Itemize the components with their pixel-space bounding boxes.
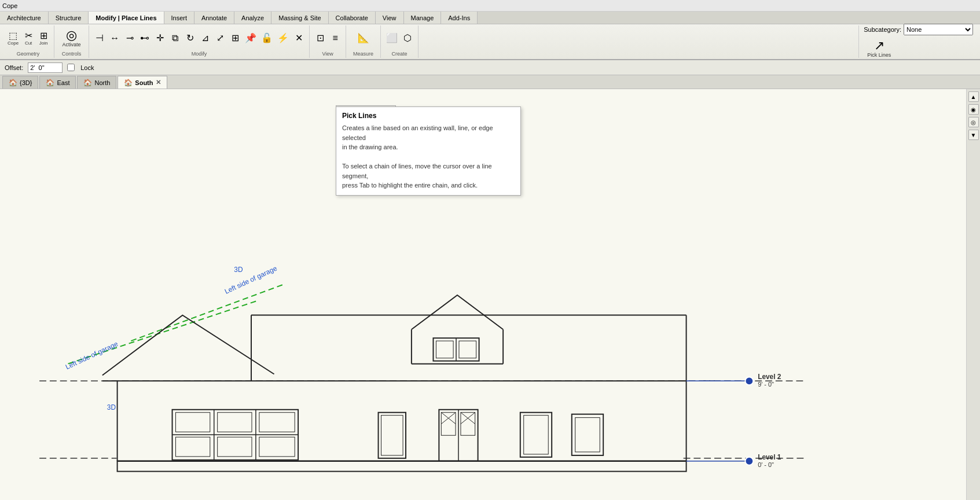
tab-annotate[interactable]: Annotate <box>194 12 234 24</box>
garage-panel-bl <box>175 437 210 457</box>
tab-view[interactable]: View <box>376 12 404 24</box>
pick-lines-icon: ↗ <box>874 39 884 52</box>
geometry-label: Geometry <box>17 50 40 57</box>
measure-button[interactable]: 📐 <box>356 32 371 44</box>
tab-architecture[interactable]: Architecture <box>0 12 49 24</box>
split-button[interactable]: ⚡ <box>276 32 291 44</box>
tab-addins[interactable]: Add-Ins <box>441 12 478 24</box>
align-button[interactable]: ⊣ <box>93 32 107 44</box>
label-3d-bottom: 3D <box>107 403 116 411</box>
subcategory-row: Subcategory: None <box>864 24 973 35</box>
cut-button[interactable]: ✂ Cut <box>21 30 35 47</box>
subcategory-select[interactable]: None <box>904 24 973 35</box>
door-panel-rl <box>461 413 475 436</box>
canvas-area[interactable]: Pick Lines Creates a line based on an ex… <box>0 89 966 500</box>
ribbon-group-controls: ◎ Activate Controls <box>54 25 89 58</box>
dormer-roof <box>412 295 503 329</box>
create-button[interactable]: ⬜ <box>384 32 399 44</box>
view-tabs: 🏠 {3D} 🏠 East 🏠 North 🏠 South ✕ <box>0 75 980 89</box>
level2-dot <box>745 377 753 385</box>
delete-button[interactable]: ✕ <box>292 32 306 44</box>
controls-icons: ◎ Activate <box>59 27 85 50</box>
door-panel-ll <box>441 413 456 436</box>
foundation <box>118 461 687 472</box>
delete-icon: ✕ <box>295 34 303 43</box>
level2-text-label: Level 2 <box>758 373 781 381</box>
offset-input[interactable] <box>28 62 63 73</box>
view-button[interactable]: ⊡ <box>313 32 327 44</box>
level1-text-label: Level 1 <box>758 453 781 461</box>
view-icon: ⊡ <box>317 34 324 43</box>
tooltip-title: Pick Lines <box>342 112 515 120</box>
tab-north-label: North <box>94 79 110 86</box>
pick-lines-button[interactable]: ↗ Pick Lines <box>864 38 894 60</box>
move-button[interactable]: ✛ <box>153 32 167 44</box>
view-icons: ⊡ ≡ <box>313 27 342 50</box>
scale-button[interactable]: ⤢ <box>213 32 227 44</box>
move-icon: ✛ <box>156 34 164 43</box>
rotate-button[interactable]: ↻ <box>183 32 197 44</box>
thin-lines-button[interactable]: ≡ <box>328 32 342 44</box>
cope-button[interactable]: ⬚ Cope <box>6 30 20 47</box>
tab-analyze[interactable]: Analyze <box>234 12 271 24</box>
activate-label: Activate <box>63 42 81 47</box>
right-panel-fit[interactable]: ◉ <box>968 104 979 115</box>
mirror-axis-button[interactable]: ⊸ <box>123 32 137 44</box>
activate-icon: ◎ <box>66 29 77 42</box>
view-label: View <box>322 50 333 57</box>
tab-south-close[interactable]: ✕ <box>156 79 161 86</box>
tab-north[interactable]: 🏠 North <box>77 76 116 89</box>
scale-icon: ⤢ <box>216 34 224 43</box>
tab-3d-label: {3D} <box>20 79 32 86</box>
cut-label: Cut <box>25 41 32 46</box>
create2-button[interactable]: ⬡ <box>401 32 414 44</box>
right-panel-zoom-out[interactable]: ▼ <box>968 130 979 140</box>
window-right2-inner <box>575 418 600 452</box>
window-right1-outer <box>520 413 552 457</box>
geometry-icons: ⬚ Cope ✂ Cut ⊞ Join <box>6 27 50 50</box>
label-3d-top: 3D <box>234 266 243 274</box>
right-panel-zoom-in[interactable]: ▲ <box>968 91 979 102</box>
trim-button[interactable]: ⊿ <box>198 32 212 44</box>
tooltip-line1: Creates a line based on an existing wall… <box>342 124 493 141</box>
tab-modify[interactable]: Modify | Place Lines <box>89 12 164 24</box>
offset-icon: ↔ <box>110 34 119 43</box>
tab-massing[interactable]: Massing & Site <box>271 12 328 24</box>
measure-icons: 📐 <box>356 27 371 50</box>
controls-label: Controls <box>62 50 82 57</box>
join-label: Join <box>39 41 48 46</box>
modify-label: Modify <box>192 50 207 57</box>
ribbon-tabs: Architecture Structure Modify | Place Li… <box>0 12 980 24</box>
offset-button[interactable]: ↔ <box>108 32 122 44</box>
tab-manage[interactable]: Manage <box>404 12 442 24</box>
tab-east[interactable]: 🏠 East <box>39 76 76 89</box>
unpin-button[interactable]: 🔓 <box>259 32 274 44</box>
ribbon-group-create: ⬜ ⬡ Create <box>381 25 419 58</box>
ribbon-content: ⬚ Cope ✂ Cut ⊞ Join Geometry ◎ Activate <box>0 24 980 59</box>
tab-insert[interactable]: Insert <box>164 12 195 24</box>
garage-panel-bm <box>218 437 252 457</box>
top-bar: Cope <box>0 0 980 12</box>
garage-panel-tl <box>175 413 210 432</box>
lock-label: Lock <box>80 64 94 71</box>
measure-icon: 📐 <box>358 34 369 43</box>
join-icon: ⊞ <box>40 31 47 41</box>
unpin-icon: 🔓 <box>261 34 273 43</box>
pin-button[interactable]: 📌 <box>243 32 258 44</box>
tab-structure[interactable]: Structure <box>49 12 89 24</box>
activate-button[interactable]: ◎ Activate <box>59 27 85 49</box>
right-panel: ▲ ◉ ◎ ▼ <box>966 89 980 500</box>
mirror-button[interactable]: ⊷ <box>138 32 152 44</box>
tab-north-icon: 🏠 <box>83 79 92 87</box>
lock-checkbox[interactable] <box>67 64 75 71</box>
right-panel-properties[interactable]: ◎ <box>968 117 979 127</box>
array-button[interactable]: ⊞ <box>228 32 242 44</box>
copy-button[interactable]: ⧉ <box>168 32 182 44</box>
tooltip-line4: To select a chain of lines, move the cur… <box>342 163 492 179</box>
tab-3d[interactable]: 🏠 {3D} <box>2 76 38 89</box>
join-button[interactable]: ⊞ Join <box>36 30 50 47</box>
tab-south[interactable]: 🏠 South ✕ <box>118 76 167 89</box>
garage-panel-br <box>259 437 295 457</box>
tooltip-box: Pick Lines Creates a line based on an ex… <box>336 106 521 196</box>
tab-collaborate[interactable]: Collaborate <box>329 12 376 24</box>
